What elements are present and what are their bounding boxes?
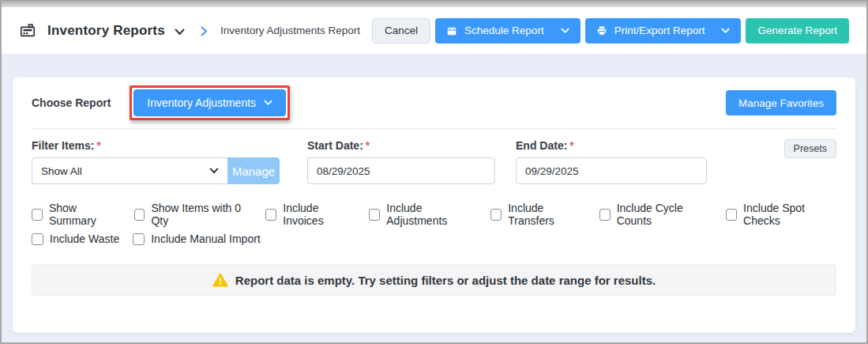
schedule-report-button[interactable]: Schedule Report	[435, 18, 581, 43]
print-export-report-label: Print/Export Report	[614, 25, 705, 36]
filter-items-control: Show All Manage	[32, 157, 280, 184]
checkbox-input[interactable]	[726, 209, 737, 221]
page-header: Inventory Reports Inventory Adjustments …	[2, 7, 866, 55]
calendar-icon	[446, 25, 457, 36]
checkbox-label: Include Spot Checks	[743, 202, 836, 227]
print-export-chevron-down-icon[interactable]	[720, 28, 730, 34]
inventory-reports-icon	[19, 22, 36, 40]
checkbox-group: Show SummaryShow Items with 0 QtyInclude…	[32, 202, 836, 245]
end-date-input[interactable]	[516, 157, 707, 184]
checkbox-input[interactable]	[490, 209, 502, 221]
checkbox-row: Include WasteInclude Manual Import	[32, 232, 836, 245]
cancel-button[interactable]: Cancel	[372, 18, 430, 43]
manage-favorites-button[interactable]: Manage Favorites	[726, 90, 836, 115]
checkbox-include-spot-checks[interactable]: Include Spot Checks	[726, 202, 836, 227]
checkbox-input[interactable]	[32, 209, 43, 221]
presets-button[interactable]: Presets	[784, 139, 836, 158]
checkbox-include-manual-import[interactable]: Include Manual Import	[133, 232, 261, 245]
filter-items-label: Filter Items:*	[32, 139, 280, 152]
checkbox-input[interactable]	[599, 209, 611, 221]
checkbox-label: Include Cycle Counts	[617, 202, 712, 227]
empty-report-message: Report data is empty. Try setting filter…	[235, 274, 656, 287]
breadcrumb: Inventory Adjustments Report	[220, 25, 360, 36]
checkbox-label: Include Invoices	[283, 202, 355, 227]
checkbox-label: Include Adjustments	[386, 202, 477, 227]
page-title: Inventory Reports	[47, 23, 165, 39]
red-highlight-annotation: Inventory Adjustments	[130, 85, 290, 120]
checkbox-label: Include Waste	[50, 232, 119, 245]
filter-items-field: Filter Items:* Show All Manage	[32, 139, 280, 184]
checkbox-include-waste[interactable]: Include Waste	[32, 232, 119, 245]
checkbox-label: Include Manual Import	[151, 232, 261, 245]
warning-triangle-icon	[212, 272, 228, 288]
start-date-label: Start Date:*	[307, 139, 495, 152]
window-top-edge	[2, 2, 866, 7]
report-settings-card: Choose Report Inventory Adjustments Mana…	[13, 77, 855, 333]
generate-report-button[interactable]: Generate Report	[746, 18, 849, 43]
checkbox-label: Include Transfers	[508, 202, 586, 227]
report-type-chevron-down-icon	[264, 100, 272, 106]
checkbox-input[interactable]	[134, 209, 145, 221]
schedule-report-label: Schedule Report	[464, 25, 544, 36]
checkbox-include-invoices[interactable]: Include Invoices	[265, 202, 355, 227]
print-export-report-button[interactable]: Print/Export Report	[585, 18, 742, 43]
presets-wrap: Presets	[784, 139, 836, 158]
start-date-label-text: Start Date:	[307, 139, 363, 152]
printer-icon	[596, 25, 607, 36]
required-marker: *	[366, 139, 370, 152]
checkbox-input[interactable]	[265, 209, 276, 221]
checkbox-include-adjustments[interactable]: Include Adjustments	[369, 202, 477, 227]
start-date-field: Start Date:*	[307, 139, 495, 184]
checkbox-input[interactable]	[133, 233, 145, 245]
select-chevron-down-icon	[209, 168, 219, 174]
empty-report-message-bar: Report data is empty. Try setting filter…	[32, 264, 836, 296]
start-date-input[interactable]	[307, 157, 495, 184]
filters-row: Filter Items:* Show All Manage Start Dat…	[32, 129, 836, 184]
header-actions: Cancel Schedule Report	[372, 18, 849, 43]
schedule-chevron-down-icon[interactable]	[559, 28, 569, 34]
report-type-dropdown-label: Inventory Adjustments	[147, 96, 256, 109]
checkbox-include-transfers[interactable]: Include Transfers	[490, 202, 585, 227]
app-window: Inventory Reports Inventory Adjustments …	[0, 0, 868, 344]
checkbox-show-summary[interactable]: Show Summary	[32, 202, 121, 227]
checkbox-include-cycle-counts[interactable]: Include Cycle Counts	[599, 202, 712, 227]
chevron-right-icon	[201, 26, 208, 36]
end-date-label: End Date:*	[516, 139, 707, 152]
title-chevron-down-icon[interactable]	[175, 28, 185, 36]
choose-report-label: Choose Report	[32, 96, 111, 109]
checkbox-input[interactable]	[369, 209, 380, 221]
report-type-dropdown[interactable]: Inventory Adjustments	[133, 89, 286, 116]
choose-report-row: Choose Report Inventory Adjustments Mana…	[32, 77, 836, 128]
checkbox-show-items-with-0-qty[interactable]: Show Items with 0 Qty	[134, 202, 253, 227]
end-date-label-text: End Date:	[516, 139, 567, 152]
filter-items-selected-value: Show All	[41, 165, 82, 177]
checkbox-row: Show SummaryShow Items with 0 QtyInclude…	[32, 202, 836, 227]
checkbox-label: Show Items with 0 Qty	[151, 202, 252, 227]
checkbox-label: Show Summary	[49, 202, 121, 227]
required-marker: *	[569, 139, 573, 152]
filter-items-select[interactable]: Show All	[32, 157, 227, 184]
checkbox-input[interactable]	[32, 233, 43, 245]
end-date-field: End Date:*	[516, 139, 707, 184]
filter-items-label-text: Filter Items:	[32, 139, 94, 152]
manage-items-button[interactable]: Manage	[227, 157, 280, 184]
required-marker: *	[96, 139, 100, 152]
header-left: Inventory Reports Inventory Adjustments …	[19, 22, 360, 40]
